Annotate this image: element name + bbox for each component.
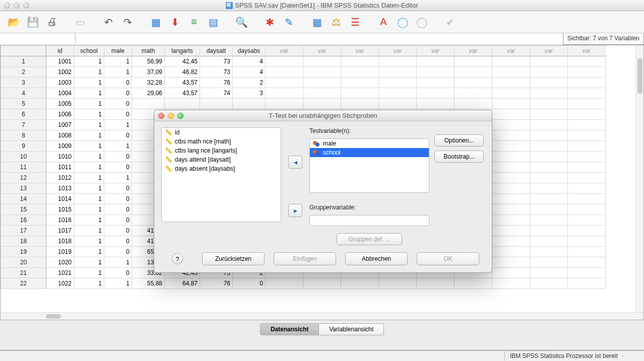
empty-cell[interactable] [455, 278, 492, 289]
group-variable-input[interactable] [309, 215, 429, 226]
empty-cell[interactable] [530, 278, 568, 289]
data-cell[interactable]: 0 [104, 236, 132, 247]
print-button[interactable]: 🖨 [44, 15, 59, 30]
empty-cell[interactable] [568, 194, 606, 204]
col-header-school[interactable]: school [74, 46, 104, 56]
empty-cell[interactable] [492, 56, 530, 67]
data-cell[interactable]: 1 [74, 226, 104, 236]
goto-variable-button[interactable]: ⬇ [167, 15, 182, 30]
empty-cell[interactable] [417, 278, 455, 289]
row-header[interactable]: 5 [1, 99, 46, 109]
empty-cell[interactable] [568, 268, 606, 278]
data-cell[interactable]: 1010 [46, 152, 74, 162]
row-header[interactable]: 14 [1, 194, 46, 204]
data-cell[interactable]: 74 [200, 88, 233, 99]
data-cell[interactable]: 1011 [46, 162, 74, 173]
col-header-empty[interactable]: var [417, 46, 455, 56]
data-cell[interactable] [165, 99, 200, 109]
options-button[interactable]: Optionen... [434, 134, 484, 147]
data-cell[interactable]: 0 [104, 247, 132, 257]
empty-cell[interactable] [492, 109, 530, 120]
data-cell[interactable]: 1014 [46, 194, 74, 204]
empty-cell[interactable] [530, 247, 568, 257]
empty-cell[interactable] [303, 278, 341, 289]
empty-cell[interactable] [568, 236, 606, 247]
data-cell[interactable]: 4 [233, 67, 266, 78]
data-cell[interactable] [200, 99, 233, 109]
data-cell[interactable]: 0 [233, 278, 266, 289]
col-header-math[interactable]: math [132, 46, 165, 56]
data-cell[interactable]: 1012 [46, 173, 74, 183]
data-cell[interactable]: 1017 [46, 226, 74, 236]
data-cell[interactable]: 1 [104, 120, 132, 130]
table-row[interactable]: 310031032,2843,57762 [1, 78, 606, 88]
empty-cell[interactable] [568, 56, 606, 67]
goto-case-button[interactable]: ▦ [148, 15, 163, 30]
row-header[interactable]: 21 [1, 268, 46, 278]
data-cell[interactable]: 1 [104, 278, 132, 289]
col-header-empty[interactable]: var [341, 46, 379, 56]
empty-cell[interactable] [530, 130, 568, 141]
data-cell[interactable]: 0 [104, 130, 132, 141]
zoom-window-button[interactable] [23, 3, 29, 9]
empty-cell[interactable] [568, 226, 606, 236]
empty-cell[interactable] [303, 99, 341, 109]
data-cell[interactable]: 1022 [46, 278, 74, 289]
empty-cell[interactable] [568, 99, 606, 109]
data-cell[interactable]: 1001 [46, 56, 74, 67]
empty-cell[interactable] [266, 67, 303, 78]
empty-cell[interactable] [266, 278, 303, 289]
empty-cell[interactable] [568, 247, 606, 257]
data-cell[interactable]: 1 [74, 67, 104, 78]
data-cell[interactable]: 1004 [46, 88, 74, 99]
table-row[interactable]: 210021137,0946,82734 [1, 67, 606, 78]
empty-cell[interactable] [568, 67, 606, 78]
empty-cell[interactable] [417, 99, 455, 109]
col-header-langarts[interactable]: langarts [165, 46, 200, 56]
cancel-button[interactable]: Abbrechen [345, 252, 408, 265]
data-cell[interactable] [233, 99, 266, 109]
cell-edit-box[interactable] [76, 33, 563, 45]
col-header-id[interactable]: id [46, 46, 74, 56]
empty-cell[interactable] [492, 78, 530, 88]
data-cell[interactable]: 1 [74, 78, 104, 88]
horizontal-scrollbar[interactable] [1, 312, 643, 320]
empty-cell[interactable] [379, 88, 417, 99]
row-header[interactable]: 13 [1, 183, 46, 194]
empty-cell[interactable] [492, 204, 530, 215]
table-row[interactable]: 110011156,9942,45734 [1, 56, 606, 67]
data-cell[interactable]: 1 [104, 141, 132, 152]
tab-variable-view[interactable]: Variablenansicht [319, 323, 384, 335]
empty-cell[interactable] [530, 67, 568, 78]
data-cell[interactable]: 0 [104, 109, 132, 120]
row-header[interactable]: 8 [1, 130, 46, 141]
insert-variable-button[interactable]: ✎ [281, 15, 296, 30]
empty-cell[interactable] [492, 278, 530, 289]
empty-cell[interactable] [417, 78, 455, 88]
empty-cell[interactable] [492, 268, 530, 278]
col-header-empty[interactable]: var [266, 46, 303, 56]
data-cell[interactable]: 1 [74, 56, 104, 67]
data-cell[interactable]: 1 [74, 120, 104, 130]
empty-cell[interactable] [492, 173, 530, 183]
data-cell[interactable]: 0 [104, 183, 132, 194]
insert-case-button[interactable]: ✱ [262, 15, 277, 30]
row-header[interactable]: 9 [1, 141, 46, 152]
data-cell[interactable]: 55,88 [132, 278, 165, 289]
row-header[interactable]: 17 [1, 226, 46, 236]
data-cell[interactable]: 1008 [46, 130, 74, 141]
list-item[interactable]: 📏days absent [daysabs] [162, 164, 281, 173]
row-header[interactable]: 7 [1, 120, 46, 130]
row-header[interactable]: 1 [1, 56, 46, 67]
col-header-empty[interactable]: var [492, 46, 530, 56]
data-cell[interactable]: 1 [74, 204, 104, 215]
empty-cell[interactable] [303, 67, 341, 78]
row-header[interactable]: 20 [1, 257, 46, 268]
empty-cell[interactable] [568, 130, 606, 141]
empty-cell[interactable] [568, 78, 606, 88]
empty-cell[interactable] [379, 99, 417, 109]
empty-cell[interactable] [379, 78, 417, 88]
data-cell[interactable]: 1 [74, 247, 104, 257]
show-all-button[interactable]: ◯ [414, 15, 429, 30]
row-header[interactable]: 3 [1, 78, 46, 88]
